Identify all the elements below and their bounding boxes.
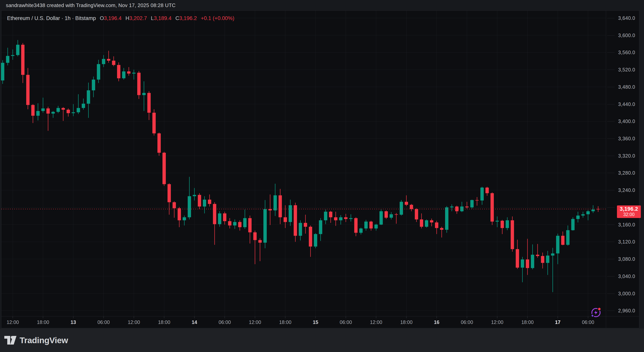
candle-body-Nov-16-02-00 [445,207,448,230]
candle-body-Nov-13-15-00 [148,93,151,113]
candle-body-Nov-16-09-00 [480,188,484,201]
candle-body-Nov-15-14-00 [384,211,388,218]
candle-body-Nov-13-11-00 [127,71,130,74]
symbol-title[interactable]: Ethereum / U.S. Dollar · 1h · Bitstamp [7,15,96,21]
candle-body-Nov-12-14-00 [21,45,24,75]
candle-body-Nov-13-12-00 [132,73,136,74]
candle-body-Nov-13-03-00 [87,90,90,104]
candle-body-Nov-15-08-00 [354,218,358,233]
candle-body-Nov-13-13-00 [137,73,140,95]
candle-body-Nov-12-13-00 [16,45,20,55]
candle-body-Nov-16-00-00 [435,223,438,228]
candle-body-Nov-12-12-00 [11,55,14,56]
candle-body-Nov-14-23-00 [309,227,312,247]
price-axis-label: 2,960.0 [607,308,639,313]
candle-body-Nov-13-01-00 [77,108,80,112]
candle-body-Nov-15-21-00 [420,219,423,227]
candle-body-Nov-14-06-00 [223,214,226,221]
candle-body-Nov-16-10-00 [486,188,489,193]
price-axis-label: 3,000.0 [607,291,639,296]
candle-body-Nov-14-19-00 [289,205,292,222]
price-axis-label: 3,560.0 [607,49,639,55]
tradingview-logo-text: TradingView [20,335,68,345]
price-axis-label: 3,280.0 [607,170,639,176]
candle-body-Nov-16-14-00 [506,220,509,228]
candle-body-Nov-16-13-00 [500,221,504,228]
candle-body-Nov-13-06-00 [102,59,105,64]
time-axis-label-1800: 18:00 [158,319,170,325]
tradingview-logo[interactable]: TradingView [4,335,68,345]
time-axis-label-0600: 06:00 [461,319,473,325]
symbol-legend[interactable]: Ethereum / U.S. Dollar · 1h · Bitstamp O… [7,15,234,21]
candle-body-Nov-16-01-00 [440,228,443,230]
footer-bar: TradingView [0,328,644,352]
time-axis-label-16: 16 [434,319,440,325]
candle-body-Nov-12-21-00 [56,108,60,112]
candle-body-Nov-16-15-00 [511,220,514,249]
legend-low: L3,189.4 [151,15,172,21]
price-axis-label: 3,040.0 [607,273,639,279]
candle-body-Nov-14-21-00 [299,223,302,236]
candle-body-Nov-15-11-00 [370,222,373,228]
time-axis-label-0600: 06:00 [218,319,231,325]
candlestick-plot[interactable] [0,0,644,352]
candle-body-Nov-13-23-00 [188,196,191,217]
candle-body-Nov-14-01-00 [198,195,201,206]
candle-body-Nov-14-18-00 [284,217,287,222]
candle-body-Nov-15-15-00 [390,214,393,218]
price-axis[interactable]: 3,640.03,600.03,560.03,520.03,480.03,440… [607,11,639,316]
boost-lightning-icon[interactable] [590,306,602,319]
last-price-value: 3,196.2 [618,206,640,212]
candle-body-Nov-14-11-00 [248,218,252,232]
time-axis-label-1800: 18:00 [521,319,534,325]
candle-body-Nov-15-23-00 [430,220,433,223]
candle-body-Nov-15-13-00 [380,211,383,225]
candle-body-Nov-14-04-00 [213,204,216,224]
time-axis[interactable]: 12:0018:001306:0012:0018:001406:0012:001… [0,316,606,328]
candle-body-Nov-13-07-00 [107,59,110,61]
price-axis-label: 3,480.0 [607,84,639,90]
candle-body-Nov-16-06-00 [465,207,468,207]
candle-body-Nov-15-09-00 [359,228,362,233]
candle-body-Nov-13-17-00 [157,133,161,153]
candle-body-Nov-12-20-00 [52,112,55,114]
candle-body-Nov-15-10-00 [364,222,368,228]
candle-body-Nov-15-02-00 [324,212,327,220]
notification-dot [598,307,601,311]
candle-body-Nov-15-03-00 [329,212,332,217]
candle-body-Nov-12-10-00 [1,63,4,80]
candle-body-Nov-13-10-00 [122,71,126,78]
price-axis-label: 3,320.0 [607,153,639,159]
time-axis-label-1200: 12:00 [370,319,382,325]
price-axis-label: 3,440.0 [607,101,639,107]
candle-body-Nov-13-05-00 [97,64,100,80]
candle-body-Nov-14-12-00 [254,232,257,240]
candle-body-Nov-15-06-00 [344,217,348,219]
candle-body-Nov-15-19-00 [410,205,413,209]
time-axis-label-1200: 12:00 [491,319,504,325]
candle-body-Nov-14-13-00 [258,240,262,243]
bolt-glyph [594,310,598,315]
candle-body-Nov-17-06-00 [586,211,590,214]
candle-body-Nov-15-12-00 [374,225,378,229]
candle-body-Nov-13-04-00 [92,80,95,90]
price-axis-label: 3,640.0 [607,15,639,21]
candle-body-Nov-13-21-00 [178,208,181,220]
candle-body-Nov-12-23-00 [67,110,70,113]
candle-body-Nov-15-07-00 [349,218,352,219]
last-price-tag: 3,196.2 32:00 [617,206,641,218]
candle-body-Nov-13-20-00 [173,202,176,208]
time-axis-label-1200: 12:00 [128,319,140,325]
price-axis-label: 3,160.0 [607,222,639,228]
candle-body-Nov-15-20-00 [415,209,418,220]
price-axis-label: 3,360.0 [607,136,639,141]
time-axis-label-1800: 18:00 [279,319,292,325]
candle-body-Nov-14-05-00 [218,214,221,224]
candle-body-Nov-15-22-00 [425,220,428,227]
candle-body-Nov-14-02-00 [203,200,206,206]
candle-body-Nov-12-11-00 [6,56,10,63]
candle-body-Nov-16-23-00 [551,254,554,256]
candle-body-Nov-14-08-00 [233,222,236,225]
candle-body-Nov-16-21-00 [541,256,544,263]
price-axis-label: 3,600.0 [607,32,639,38]
